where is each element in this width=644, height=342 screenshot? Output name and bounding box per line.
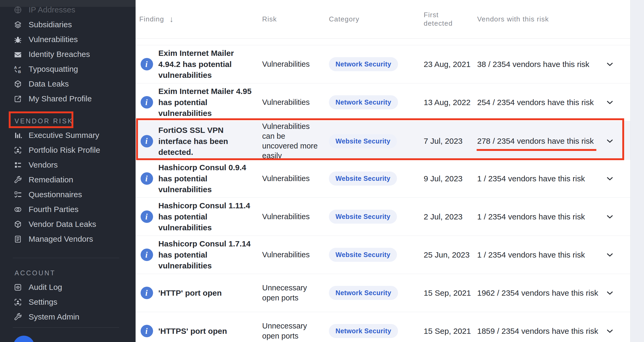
info-icon[interactable]: i bbox=[141, 58, 153, 70]
chevron-down-icon[interactable] bbox=[605, 136, 615, 146]
sort-desc-icon[interactable]: ↓ bbox=[169, 15, 174, 24]
sidebar-nav-vendor-risk: Executive Summary Portfolio Risk Profile… bbox=[0, 128, 136, 246]
sidebar-item-audit-log[interactable]: Audit Log bbox=[0, 280, 136, 295]
sidebar: IP Addresses Subsidiaries Vulnerabilitie… bbox=[0, 0, 136, 342]
first-detected-date: 15 Sep, 2021 bbox=[424, 289, 477, 298]
info-icon[interactable]: i bbox=[141, 249, 153, 261]
sidebar-item-vulnerabilities[interactable]: Vulnerabilities bbox=[0, 32, 136, 47]
risk-text: Vulnerabilities bbox=[262, 174, 329, 183]
audit-eye-icon bbox=[13, 283, 22, 292]
first-detected-date: 13 Aug, 2022 bbox=[424, 98, 477, 107]
first-detected-date: 9 Jul, 2023 bbox=[424, 174, 477, 183]
findings-table: Finding ↓ Risk Category First detected V… bbox=[136, 0, 630, 342]
sidebar-item-label: Fourth Parties bbox=[29, 205, 78, 214]
sidebar-item-label: Vulnerabilities bbox=[29, 35, 78, 44]
sidebar-item-label: Portfolio Risk Profile bbox=[29, 146, 100, 155]
sidebar-item-label: Questionnaires bbox=[29, 190, 82, 199]
wrench-icon bbox=[13, 175, 22, 184]
sidebar-item-remediation[interactable]: Remediation bbox=[0, 172, 136, 187]
sidebar-item-label: Executive Summary bbox=[29, 131, 99, 140]
sidebar-item-fourth-parties[interactable]: Fourth Parties bbox=[0, 202, 136, 217]
vendors-count: 1859 / 2354 vendors have this risk bbox=[477, 327, 602, 336]
table-row[interactable]: i 'HTTPS' port open Unnecessary open por… bbox=[136, 312, 630, 342]
column-header-finding[interactable]: Finding ↓ bbox=[136, 15, 262, 24]
sidebar-item-subsidiaries[interactable]: Subsidiaries bbox=[0, 17, 136, 32]
scan-person-icon bbox=[13, 298, 22, 307]
sidebar-item-ip-addresses[interactable]: IP Addresses bbox=[0, 2, 136, 17]
sidebar-item-system-admin[interactable]: System Admin bbox=[0, 309, 136, 324]
typosquatting-icon bbox=[13, 65, 22, 74]
sidebar-item-label: Audit Log bbox=[29, 283, 62, 292]
sidebar-item-label: IP Addresses bbox=[29, 5, 75, 14]
finding-text: 'HTTP' port open bbox=[158, 287, 262, 298]
sidebar-item-settings[interactable]: Settings bbox=[0, 295, 136, 309]
sidebar-item-label: Settings bbox=[29, 298, 57, 307]
table-row[interactable]: i Hashicorp Consul 1.11.4 has potential … bbox=[136, 198, 630, 236]
vendors-count: 1 / 2354 vendors have this risk bbox=[477, 212, 602, 221]
vendors-count: 38 / 2354 vendors have this risk bbox=[477, 60, 602, 69]
sidebar-section-account: ACCOUNT bbox=[0, 268, 136, 278]
chevron-down-icon[interactable] bbox=[605, 250, 615, 260]
sidebar-item-label: My Shared Profile bbox=[29, 94, 92, 103]
category-badge: Network Security bbox=[329, 95, 398, 109]
vendors-count: 254 / 2354 vendors have this risk bbox=[477, 98, 602, 107]
vendors-count: 1962 / 2354 vendors have this risk bbox=[477, 289, 602, 298]
chevron-down-icon[interactable] bbox=[605, 212, 615, 222]
finding-text: 'HTTPS' port open bbox=[158, 326, 262, 336]
risk-text: Vulnerabilities bbox=[262, 59, 329, 69]
chevron-down-icon[interactable] bbox=[605, 60, 615, 69]
sidebar-item-managed-vendors[interactable]: Managed Vendors bbox=[0, 232, 136, 246]
sidebar-item-executive-summary[interactable]: Executive Summary bbox=[0, 128, 136, 143]
sidebar-item-data-leaks[interactable]: Data Leaks bbox=[0, 76, 136, 91]
chevron-down-icon[interactable] bbox=[605, 288, 615, 298]
category-badge: Website Security bbox=[329, 210, 397, 224]
sidebar-item-label: Typosquatting bbox=[29, 65, 78, 74]
table-row[interactable]: i Exim Internet Mailer 4.95 has potentia… bbox=[136, 83, 630, 122]
sidebar-item-label: System Admin bbox=[29, 312, 79, 321]
sidebar-item-portfolio-risk-profile[interactable]: Portfolio Risk Profile bbox=[0, 143, 136, 158]
sidebar-item-vendors[interactable]: Vendors bbox=[0, 158, 136, 172]
info-icon[interactable]: i bbox=[141, 96, 153, 109]
bug-icon bbox=[13, 35, 22, 44]
sidebar-item-label: Vendor Data Leaks bbox=[29, 220, 96, 229]
vendors-count-underlined: 278 / 2354 vendors have this risk bbox=[477, 137, 602, 146]
chevron-down-icon[interactable] bbox=[605, 98, 615, 107]
info-icon[interactable]: i bbox=[141, 135, 153, 147]
chevron-down-icon[interactable] bbox=[605, 174, 615, 183]
envelope-icon bbox=[13, 50, 22, 59]
column-header-first-detected[interactable]: First detected bbox=[424, 11, 458, 27]
risk-text: Vulnerabilities bbox=[262, 250, 329, 260]
info-icon[interactable]: i bbox=[141, 210, 153, 223]
sidebar-item-label: Data Leaks bbox=[29, 79, 69, 88]
column-header-vendors[interactable]: Vendors with this risk bbox=[477, 15, 602, 23]
column-header-risk[interactable]: Risk bbox=[262, 15, 329, 23]
chevron-down-icon[interactable] bbox=[605, 326, 615, 336]
checklist-icon bbox=[13, 190, 22, 199]
table-row[interactable]: i Exim Internet Mailer 4.94.2 has potent… bbox=[136, 45, 630, 83]
risk-text: Unnecessary open ports bbox=[262, 283, 329, 303]
table-row[interactable]: i Hashicorp Consul 1.7.14 has potential … bbox=[136, 236, 630, 274]
info-icon[interactable]: i bbox=[141, 287, 153, 299]
vendors-count: 1 / 2354 vendors have this risk bbox=[477, 174, 602, 183]
sidebar-item-typosquatting[interactable]: Typosquatting bbox=[0, 62, 136, 76]
sidebar-item-label: Vendors bbox=[29, 160, 58, 169]
sidebar-item-questionnaires[interactable]: Questionnaires bbox=[0, 187, 136, 202]
sidebar-nav-breach-risk: IP Addresses Subsidiaries Vulnerabilitie… bbox=[0, 0, 136, 106]
category-badge: Network Security bbox=[329, 57, 398, 71]
document-icon bbox=[13, 235, 22, 244]
scan-person-icon bbox=[13, 146, 22, 155]
column-header-category[interactable]: Category bbox=[329, 15, 424, 23]
sidebar-item-my-shared-profile[interactable]: My Shared Profile bbox=[0, 91, 136, 106]
sidebar-item-vendor-data-leaks[interactable]: Vendor Data Leaks bbox=[0, 217, 136, 232]
user-avatar[interactable] bbox=[13, 336, 34, 342]
info-icon[interactable]: i bbox=[141, 172, 153, 185]
sidebar-item-identity-breaches[interactable]: Identity Breaches bbox=[0, 47, 136, 62]
table-row[interactable]: i 'HTTP' port open Unnecessary open port… bbox=[136, 274, 630, 312]
first-detected-date: 23 Aug, 2021 bbox=[424, 60, 477, 69]
info-icon[interactable]: i bbox=[141, 325, 153, 337]
table-row-fortios-highlighted[interactable]: i FortiOS SSL VPN interface has been det… bbox=[136, 122, 630, 160]
sidebar-item-label: Subsidiaries bbox=[29, 20, 72, 29]
finding-text: Exim Internet Mailer 4.94.2 has potentia… bbox=[158, 48, 262, 80]
table-row[interactable]: i Hashicorp Consul 0.9.4 has potential v… bbox=[136, 160, 630, 198]
scrollbar-gutter[interactable] bbox=[630, 0, 644, 342]
